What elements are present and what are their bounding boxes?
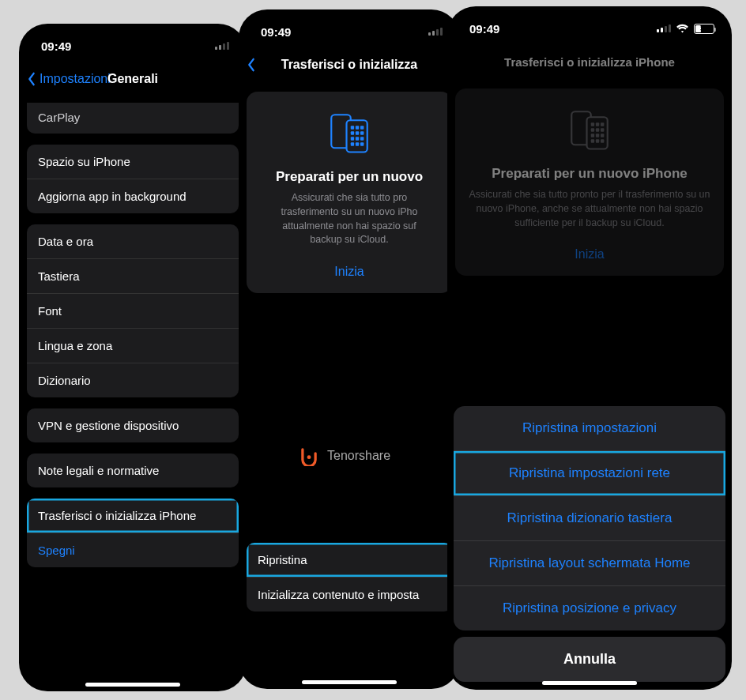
svg-rect-8 bbox=[351, 137, 354, 140]
svg-rect-6 bbox=[356, 131, 359, 134]
shutdown-row[interactable]: Spegni bbox=[27, 533, 239, 567]
svg-rect-18 bbox=[601, 122, 604, 126]
svg-rect-16 bbox=[591, 122, 594, 126]
reset-home-layout-option[interactable]: Ripristina layout schermata Home bbox=[454, 540, 725, 585]
card-body: Assicurati che sia tutto pro trasferimen… bbox=[259, 191, 439, 247]
status-right bbox=[428, 28, 443, 36]
nav-title: Trasferisci o inizializza iPhone bbox=[447, 55, 732, 69]
reset-keyboard-option[interactable]: Ripristina dizionario tastiera bbox=[454, 495, 725, 540]
card-body: Assicurati che sia tutto pronto per il t… bbox=[468, 188, 711, 230]
status-bar: 09:49 31 bbox=[447, 6, 732, 44]
nav-header: Trasferisci o inizializza bbox=[239, 47, 460, 82]
svg-rect-20 bbox=[596, 128, 599, 131]
svg-rect-26 bbox=[596, 139, 599, 142]
list-item[interactable]: Tastiera bbox=[27, 258, 239, 293]
home-indicator[interactable] bbox=[85, 683, 180, 687]
svg-rect-15 bbox=[587, 117, 608, 149]
status-time: 09:49 bbox=[469, 22, 499, 36]
svg-rect-10 bbox=[360, 137, 364, 140]
watermark: Tenorshare bbox=[299, 446, 390, 466]
svg-rect-12 bbox=[356, 142, 359, 145]
back-button[interactable] bbox=[247, 58, 256, 72]
status-time: 09:49 bbox=[261, 25, 291, 39]
settings-group-legal: Note legali e normative bbox=[27, 453, 239, 487]
battery-percent: 31 bbox=[695, 24, 714, 32]
home-indicator[interactable] bbox=[302, 680, 397, 684]
card-heading: Preparati per un nuovo bbox=[259, 169, 439, 185]
settings-group-vpn: VPN e gestione dispositivo bbox=[27, 408, 239, 442]
settings-group-general: Data e ora Tastiera Font Lingua e zona D… bbox=[27, 224, 239, 397]
phone-screen-1: 09:49 Impostazioni Generali CarPlay Spaz… bbox=[19, 24, 247, 691]
list-item[interactable]: VPN e gestione dispositivo bbox=[27, 408, 239, 442]
svg-rect-27 bbox=[601, 139, 604, 142]
list-item[interactable]: Aggiorna app in background bbox=[27, 179, 239, 213]
reset-location-privacy-option[interactable]: Ripristina posizione e privacy bbox=[454, 585, 725, 630]
svg-point-28 bbox=[307, 455, 311, 459]
list-item[interactable]: CarPlay bbox=[27, 103, 239, 134]
back-button[interactable]: Impostazioni bbox=[27, 72, 111, 86]
watermark-text: Tenorshare bbox=[327, 449, 390, 463]
transfer-reset-row[interactable]: Trasferisci o inizializza iPhone bbox=[27, 499, 239, 533]
cancel-button[interactable]: Annulla bbox=[454, 637, 725, 682]
card-heading: Preparati per un nuovo iPhone bbox=[468, 166, 711, 182]
battery-icon: 31 bbox=[694, 24, 714, 34]
status-bar: 09:49 bbox=[239, 9, 460, 47]
list-item[interactable]: Dizionario bbox=[27, 363, 239, 397]
reset-network-option[interactable]: Ripristina impostazioni rete bbox=[454, 450, 725, 495]
list-item[interactable]: Lingua e zona bbox=[27, 328, 239, 363]
start-button[interactable]: Inizia bbox=[259, 262, 439, 282]
svg-rect-23 bbox=[596, 134, 599, 137]
devices-icon bbox=[468, 106, 711, 153]
home-indicator[interactable] bbox=[542, 681, 637, 685]
start-button[interactable]: Inizia bbox=[468, 244, 711, 265]
phone-screen-3: 09:49 31 Trasferisci o inizializza iPhon… bbox=[447, 6, 732, 690]
signal-icon bbox=[657, 24, 671, 32]
settings-group-storage: Spazio su iPhone Aggiorna app in backgro… bbox=[27, 145, 239, 213]
signal-icon bbox=[428, 28, 443, 36]
reset-row[interactable]: Ripristina bbox=[247, 543, 452, 577]
prepare-card: Preparati per un nuovo Assicurati che si… bbox=[247, 92, 452, 293]
list-item[interactable]: Spazio su iPhone bbox=[27, 145, 239, 179]
signal-icon bbox=[215, 42, 229, 50]
nav-header: Trasferisci o inizializza iPhone bbox=[447, 44, 732, 79]
prepare-card: Preparati per un nuovo iPhone Assicurati… bbox=[455, 88, 724, 276]
reset-group: Ripristina Inizializza contenuto e impos… bbox=[247, 543, 452, 612]
list-item[interactable]: Font bbox=[27, 293, 239, 328]
status-right bbox=[215, 42, 229, 50]
svg-rect-11 bbox=[351, 142, 354, 145]
svg-rect-7 bbox=[360, 131, 364, 134]
erase-row[interactable]: Inizializza contenuto e imposta bbox=[247, 577, 452, 612]
svg-rect-21 bbox=[601, 128, 604, 131]
nav-title: Trasferisci o inizializza bbox=[239, 58, 460, 72]
tenorshare-logo-icon bbox=[299, 446, 319, 466]
settings-group-transfer: Trasferisci o inizializza iPhone Spegni bbox=[27, 499, 239, 567]
svg-rect-17 bbox=[596, 122, 599, 126]
svg-rect-25 bbox=[591, 139, 594, 142]
status-time: 09:49 bbox=[41, 40, 71, 53]
svg-rect-5 bbox=[351, 131, 354, 134]
back-label: Impostazioni bbox=[40, 72, 111, 86]
svg-rect-24 bbox=[601, 134, 604, 137]
svg-rect-9 bbox=[356, 137, 359, 140]
status-right: 31 bbox=[657, 24, 714, 34]
svg-rect-13 bbox=[360, 142, 364, 145]
list-item[interactable]: Note legali e normative bbox=[27, 453, 239, 487]
list-item[interactable]: Data e ora bbox=[27, 224, 239, 258]
nav-header: Impostazioni Generali bbox=[19, 62, 247, 96]
svg-rect-4 bbox=[360, 126, 364, 129]
svg-rect-22 bbox=[591, 134, 594, 137]
devices-icon bbox=[259, 109, 439, 156]
status-bar: 09:49 bbox=[19, 24, 247, 62]
wifi-icon bbox=[676, 24, 689, 34]
svg-rect-2 bbox=[351, 126, 354, 129]
svg-rect-1 bbox=[347, 120, 367, 152]
svg-rect-3 bbox=[356, 126, 359, 129]
svg-rect-19 bbox=[591, 128, 594, 131]
action-sheet: Ripristina impostazioni Ripristina impos… bbox=[454, 406, 725, 682]
phone-screen-2: 09:49 Trasferisci o inizializza Preparat bbox=[239, 9, 460, 689]
reset-settings-option[interactable]: Ripristina impostazioni bbox=[454, 406, 725, 450]
action-sheet-options: Ripristina impostazioni Ripristina impos… bbox=[454, 406, 725, 630]
